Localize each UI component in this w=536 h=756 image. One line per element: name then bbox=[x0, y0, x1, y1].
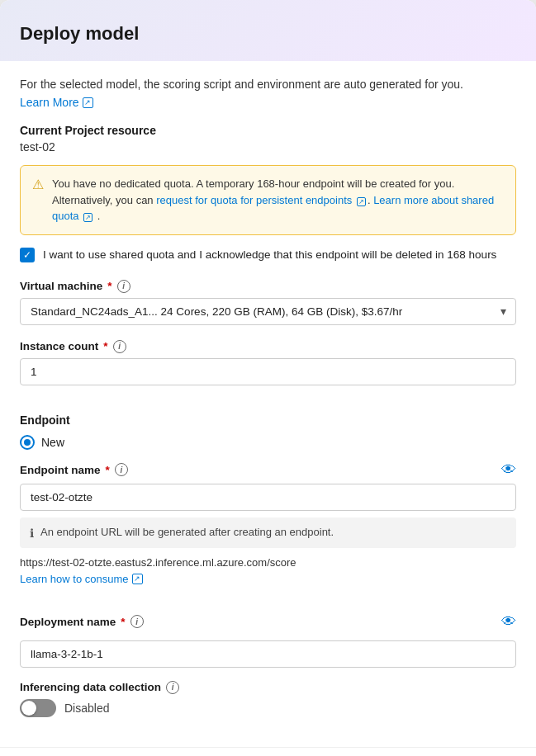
endpoint-new-radio[interactable] bbox=[20, 435, 35, 450]
deployment-name-label: Deployment name * i bbox=[20, 615, 144, 628]
external-icon-2: ↗ bbox=[83, 213, 92, 222]
endpoint-new-radio-row[interactable]: New bbox=[20, 435, 516, 450]
inferencing-toggle[interactable] bbox=[20, 699, 56, 717]
instance-count-label: Instance count * i bbox=[20, 340, 516, 353]
vm-required-star: * bbox=[107, 280, 111, 292]
endpoint-name-required-star: * bbox=[106, 464, 110, 476]
instance-required-star: * bbox=[103, 340, 107, 352]
external-link-icon: ↗ bbox=[83, 97, 93, 108]
deploy-model-dialog: Deploy model For the selected model, the… bbox=[0, 0, 536, 756]
warning-text: You have no dedicated quota. A temporary… bbox=[52, 176, 504, 224]
deployment-name-section: Deployment name * i 👁 bbox=[20, 613, 516, 668]
checkmark-icon: ✓ bbox=[23, 250, 31, 260]
consume-link-label: Learn how to consume bbox=[20, 573, 129, 585]
endpoint-name-label: Endpoint name * i bbox=[20, 463, 128, 476]
instance-count-input[interactable] bbox=[20, 358, 516, 385]
endpoint-name-input[interactable] bbox=[20, 484, 516, 511]
vm-dropdown-wrapper: Standard_NC24ads_A1... 24 Cores, 220 GB … bbox=[20, 298, 516, 325]
virtual-machine-section: Virtual machine * i Standard_NC24ads_A1.… bbox=[20, 280, 516, 325]
endpoint-url-note-text: An endpoint URL will be generated after … bbox=[40, 526, 334, 538]
consume-link[interactable]: Learn how to consume ↗ bbox=[20, 573, 143, 585]
deployment-name-input-wrapper bbox=[20, 636, 516, 668]
consume-ext-icon: ↗ bbox=[132, 574, 143, 584]
endpoint-section-label: Endpoint bbox=[20, 413, 516, 427]
endpoint-name-input-wrapper bbox=[20, 484, 516, 511]
dialog-description: For the selected model, the scoring scri… bbox=[20, 78, 516, 91]
endpoint-new-label: New bbox=[41, 436, 64, 449]
warning-banner: ⚠ You have no dedicated quota. A tempora… bbox=[20, 165, 516, 235]
endpoint-name-header: Endpoint name * i 👁 bbox=[20, 461, 516, 479]
shared-quota-label: I want to use shared quota and I acknowl… bbox=[43, 247, 496, 263]
learn-more-label: Learn More bbox=[20, 96, 79, 109]
current-project-label: Current Project resource bbox=[20, 124, 516, 137]
deployment-name-header: Deployment name * i 👁 bbox=[20, 613, 516, 631]
instance-count-section: Instance count * i bbox=[20, 340, 516, 400]
shared-quota-checkbox[interactable]: ✓ bbox=[20, 248, 35, 262]
virtual-machine-label: Virtual machine * i bbox=[20, 280, 516, 293]
inferencing-toggle-row: Disabled bbox=[20, 699, 516, 717]
endpoint-url-text: https://test-02-otzte.eastus2.inference.… bbox=[20, 556, 516, 569]
dialog-title: Deploy model bbox=[20, 23, 516, 45]
deployment-name-required-star: * bbox=[121, 616, 125, 628]
external-icon-1: ↗ bbox=[357, 197, 366, 206]
vm-dropdown[interactable]: Standard_NC24ads_A1... 24 Cores, 220 GB … bbox=[20, 298, 516, 325]
dialog-header: Deploy model bbox=[0, 0, 536, 61]
deployment-name-eye-icon[interactable]: 👁 bbox=[501, 613, 516, 631]
toggle-knob bbox=[21, 701, 36, 716]
warning-icon: ⚠ bbox=[32, 177, 44, 224]
inferencing-label: Inferencing data collection i bbox=[20, 681, 516, 694]
quota-request-link[interactable]: request for quota for persistent endpoin… bbox=[156, 194, 352, 206]
inferencing-section: Inferencing data collection i Disabled bbox=[20, 681, 516, 717]
info-note-icon: ℹ bbox=[30, 527, 34, 540]
deployment-name-input[interactable] bbox=[20, 640, 516, 668]
endpoint-name-section: Endpoint name * i 👁 ℹ An endpoint URL wi… bbox=[20, 461, 516, 600]
dialog-footer: Deploy Cancel bbox=[0, 747, 536, 756]
radio-inner bbox=[24, 439, 31, 446]
vm-info-icon[interactable]: i bbox=[117, 280, 130, 293]
current-project-value: test-02 bbox=[20, 140, 516, 154]
inferencing-toggle-label: Disabled bbox=[64, 702, 109, 715]
endpoint-url-info-note: ℹ An endpoint URL will be generated afte… bbox=[20, 517, 516, 548]
inferencing-info-icon[interactable]: i bbox=[166, 681, 179, 694]
shared-quota-checkbox-row[interactable]: ✓ I want to use shared quota and I ackno… bbox=[20, 247, 516, 263]
learn-more-link[interactable]: Learn More ↗ bbox=[20, 96, 93, 109]
endpoint-name-info-icon[interactable]: i bbox=[115, 463, 128, 476]
dialog-body: For the selected model, the scoring scri… bbox=[0, 61, 536, 747]
deployment-name-info-icon[interactable]: i bbox=[130, 615, 144, 628]
endpoint-name-eye-icon[interactable]: 👁 bbox=[501, 461, 516, 479]
instance-info-icon[interactable]: i bbox=[113, 340, 126, 353]
